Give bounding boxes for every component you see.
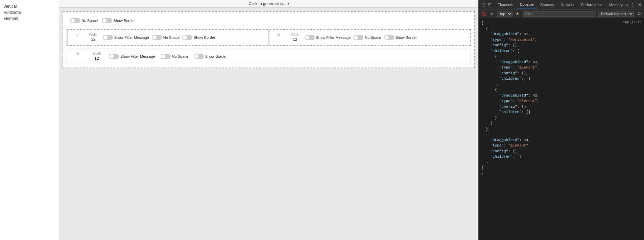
id-field-group-1: Id [70, 33, 84, 42]
devtools-inspect-btn[interactable]: ⬚ [480, 2, 486, 8]
show-border-label-row1: Show Border [113, 19, 135, 23]
show-border-toggle-2[interactable] [384, 35, 394, 40]
sidebar-item-horizontal[interactable]: Horizontal [3, 9, 22, 16]
no-space-toggle-row1[interactable] [70, 18, 80, 23]
show-filter-wrapper-1: Show Filter Message [103, 35, 149, 40]
console-prompt[interactable]: > [481, 172, 641, 176]
no-space-toggle-bottom[interactable] [161, 54, 171, 59]
tab-elements[interactable]: Elements [494, 1, 517, 8]
devtools-content: App.js:17 [ { "draggableId": 41, "type":… [479, 18, 644, 240]
main-area: Click to generate state No Space Show Bo… [59, 0, 478, 240]
no-space-label-row1: No Space [81, 19, 98, 23]
no-space-toggle-1[interactable] [152, 35, 162, 40]
sidebar-item-vertical[interactable]: Vertical [3, 3, 17, 9]
devtools-toolbar: 🚫 ⊘ top 👁 Default levels ▾ ⚙ [479, 9, 644, 18]
console-output: [ { "draggableId": 41, "type": "Horizont… [481, 20, 641, 171]
show-border-toggle-row1[interactable] [102, 18, 112, 23]
outer-container: No Space Show Border Id Width [63, 11, 475, 68]
show-border-label-2: Show Border [396, 35, 417, 39]
show-border-toggle-1[interactable] [182, 35, 192, 40]
show-filter-wrapper-2: Show Filter Message [305, 35, 351, 40]
app-source: App.js:17 [623, 20, 641, 24]
no-space-label-1: No Space [163, 35, 180, 39]
tab-sources[interactable]: Sources [537, 1, 557, 8]
id-input-1[interactable] [70, 37, 84, 42]
clear-console-btn[interactable]: 🚫 [481, 11, 487, 17]
width-input-1[interactable] [87, 37, 100, 42]
width-input-2[interactable] [288, 37, 302, 42]
show-border-wrapper-1: Show Border [182, 35, 215, 40]
show-border-toggle-bottom[interactable] [194, 54, 204, 59]
no-space-label-bottom: No Space [172, 54, 188, 58]
no-space-label-2: No Space [365, 35, 381, 39]
width-label-2: Width [291, 33, 300, 36]
width-field-group-bottom: Width [90, 52, 103, 61]
canvas-area: No Space Show Border Id Width [59, 8, 478, 240]
width-label-bottom: Width [92, 52, 101, 55]
tab-console[interactable]: Console [517, 1, 537, 8]
tab-memory[interactable]: Memory [606, 1, 626, 8]
width-input-bottom[interactable] [90, 56, 103, 61]
show-filter-toggle-1[interactable] [103, 35, 113, 40]
show-border-wrapper-2: Show Border [384, 35, 417, 40]
id-input-bottom[interactable] [71, 56, 85, 61]
filter-input[interactable] [523, 11, 596, 17]
devtools-settings-btn[interactable]: ⋮ [630, 2, 636, 8]
devtools-responsive-btn[interactable]: ⊡ [487, 2, 493, 8]
id-label-1: Id [76, 33, 78, 36]
show-filter-label-1: Show Filter Message [114, 35, 149, 39]
preserve-log-btn[interactable]: ⊘ [489, 11, 495, 17]
no-space-toggle-wrapper-row1: No Space [70, 18, 98, 23]
horizontal-item-1: Id Width Show Filter Message No Space [67, 30, 269, 45]
show-filter-label-2: Show Filter Message [316, 35, 351, 39]
top-bar[interactable]: Click to generate state [59, 0, 478, 8]
devtools-panel: ⬚ ⊡ Elements Console Sources Network Per… [478, 0, 644, 240]
show-filter-label-bottom: Show Filter Message [120, 54, 155, 58]
left-panel: Vertical Horizontal Element [0, 0, 59, 240]
devtools-tab-bar: ⬚ ⊡ Elements Console Sources Network Per… [479, 0, 644, 9]
width-field-group-2: Width [288, 33, 302, 42]
show-filter-toggle-bottom[interactable] [109, 54, 119, 59]
no-space-wrapper-1: No Space [152, 35, 180, 40]
id-field-group-bottom: Id [71, 52, 85, 61]
width-label-1: Width [89, 33, 98, 36]
tab-network[interactable]: Network [557, 1, 578, 8]
width-field-group-1: Width [87, 33, 100, 42]
devtools-gear-btn[interactable]: ⚙ [636, 11, 642, 17]
horizontal-item-2: Id Width Show Filter Message No Space [269, 30, 471, 45]
id-label-2: Id [277, 33, 280, 36]
no-space-toggle-2[interactable] [353, 35, 363, 40]
context-select[interactable]: top [497, 11, 512, 17]
id-label-bottom: Id [76, 52, 79, 55]
no-space-wrapper-bottom: No Space [161, 54, 188, 59]
show-filter-wrapper-bottom: Show Filter Message [109, 54, 155, 59]
tab-performance[interactable]: Performance [578, 1, 606, 8]
row-horizontal-group: Id Width Show Filter Message No Space [67, 29, 471, 46]
show-border-wrapper-bottom: Show Border [194, 54, 227, 59]
devtools-more-tabs[interactable]: » [626, 3, 628, 7]
show-border-label-1: Show Border [194, 35, 215, 39]
eye-icon[interactable]: 👁 [515, 11, 521, 17]
no-space-wrapper-2: No Space [353, 35, 381, 40]
show-filter-toggle-2[interactable] [305, 35, 315, 40]
row-bottom-element: Id Width Show Filter Message No Space [67, 49, 471, 64]
row-top-controls: No Space Show Border [67, 15, 471, 26]
id-field-group-2: Id [272, 33, 286, 42]
show-border-label-bottom: Show Border [205, 54, 227, 58]
id-input-2[interactable] [272, 37, 286, 42]
sidebar-item-element[interactable]: Element [3, 16, 18, 22]
devtools-close-btn[interactable]: ✕ [637, 2, 643, 8]
log-levels-select[interactable]: Default levels ▾ [598, 11, 634, 17]
show-border-toggle-wrapper-row1: Show Border [102, 18, 135, 23]
